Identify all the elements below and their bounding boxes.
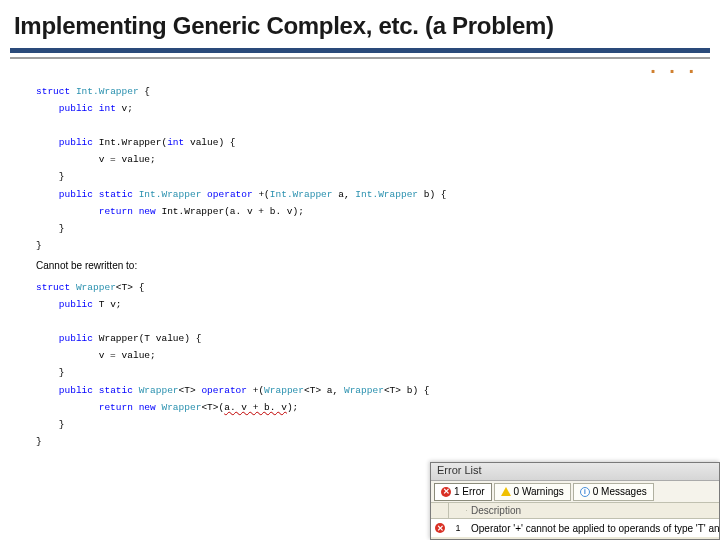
code-kw: struct	[36, 282, 70, 293]
code-kw: struct	[36, 86, 70, 97]
error-table: Description ✕ 1 Operator '+' cannot be a…	[431, 503, 719, 537]
filter-warnings-label: 0 Warnings	[514, 486, 564, 497]
code-kw: static	[99, 189, 133, 200]
code-txt: a,	[333, 189, 356, 200]
error-list-panel: Error List ✕ 1 Error 0 Warnings i 0 Mess…	[430, 462, 720, 540]
code-txt: +(	[247, 385, 264, 396]
code-kw: operator	[207, 189, 253, 200]
code-type: Wrapper	[344, 385, 384, 396]
code-txt: }	[59, 171, 65, 182]
error-row-icon: ✕	[431, 519, 449, 537]
code-kw: public	[59, 137, 93, 148]
code-txt: }	[36, 240, 42, 251]
slide-content: struct Int.Wrapper { public int v; publi…	[0, 61, 720, 460]
error-icon: ✕	[441, 487, 451, 497]
code-txt: v;	[116, 103, 133, 114]
code-kw: new	[139, 206, 156, 217]
code-kw: public	[59, 333, 93, 344]
code-type: Wrapper	[264, 385, 304, 396]
code-kw: new	[139, 402, 156, 413]
code-type: Wrapper	[139, 385, 179, 396]
code-txt: T v;	[93, 299, 122, 310]
caption-text: Cannot be rewritten to:	[36, 260, 692, 271]
code-txt: <T> a,	[304, 385, 344, 396]
code-txt: {	[139, 86, 150, 97]
code-txt: <T>(	[201, 402, 224, 413]
error-icon: ✕	[435, 523, 445, 533]
info-icon: i	[580, 487, 590, 497]
filter-errors-label: 1 Error	[454, 486, 485, 497]
code-txt: }	[59, 419, 65, 430]
code-txt: Int.Wrapper(	[93, 137, 167, 148]
code-txt: }	[59, 367, 65, 378]
code-type: Wrapper	[161, 402, 201, 413]
code-txt: b) {	[418, 189, 447, 200]
col-icon-header	[431, 503, 449, 518]
code-kw: return	[99, 206, 133, 217]
col-desc-header: Description	[467, 505, 719, 516]
col-num-header	[449, 510, 467, 511]
code-txt: Int.Wrapper(a. v + b. v);	[156, 206, 304, 217]
error-squiggle: a. v + b. v	[224, 402, 287, 413]
error-filter-bar: ✕ 1 Error 0 Warnings i 0 Messages	[431, 481, 719, 503]
code-txt: +(	[253, 189, 270, 200]
accent-dots: . . .	[650, 55, 698, 78]
code-txt: <T> {	[116, 282, 145, 293]
code-kw: operator	[201, 385, 247, 396]
code-type: Int.Wrapper	[139, 189, 202, 200]
code-type: Int.Wrapper	[76, 86, 139, 97]
code-type: Int.Wrapper	[355, 189, 418, 200]
code-txt: }	[36, 436, 42, 447]
error-table-header: Description	[431, 503, 719, 519]
filter-messages-label: 0 Messages	[593, 486, 647, 497]
code-kw: int	[167, 137, 184, 148]
title-sub-underline	[10, 57, 710, 59]
code-txt: );	[287, 402, 298, 413]
code-block-1: struct Int.Wrapper { public int v; publi…	[36, 83, 692, 254]
filter-errors-button[interactable]: ✕ 1 Error	[434, 483, 492, 501]
code-kw: public	[59, 189, 93, 200]
filter-messages-button[interactable]: i 0 Messages	[573, 483, 654, 501]
code-kw: static	[99, 385, 133, 396]
error-row-desc: Operator '+' cannot be applied to operan…	[467, 523, 719, 534]
code-txt: <T>	[179, 385, 202, 396]
code-kw: public	[59, 103, 93, 114]
code-txt: v = value;	[99, 154, 156, 165]
code-type: Wrapper	[76, 282, 116, 293]
code-block-2: struct Wrapper<T> { public T v; public W…	[36, 279, 692, 450]
code-txt: <T> b) {	[384, 385, 430, 396]
error-list-titlebar: Error List	[431, 463, 719, 481]
code-kw: int	[99, 103, 116, 114]
error-row[interactable]: ✕ 1 Operator '+' cannot be applied to op…	[431, 519, 719, 537]
code-kw: public	[59, 385, 93, 396]
title-underline	[10, 48, 710, 53]
code-txt: }	[59, 223, 65, 234]
code-type: Int.Wrapper	[270, 189, 333, 200]
code-txt: Wrapper(T value) {	[93, 333, 201, 344]
code-kw: public	[59, 299, 93, 310]
code-txt: v = value;	[99, 350, 156, 361]
slide-title: Implementing Generic Complex, etc. (a Pr…	[0, 0, 720, 48]
filter-warnings-button[interactable]: 0 Warnings	[494, 483, 571, 501]
error-row-num: 1	[449, 523, 467, 533]
code-txt: value) {	[184, 137, 235, 148]
warning-icon	[501, 487, 511, 496]
code-kw: return	[99, 402, 133, 413]
